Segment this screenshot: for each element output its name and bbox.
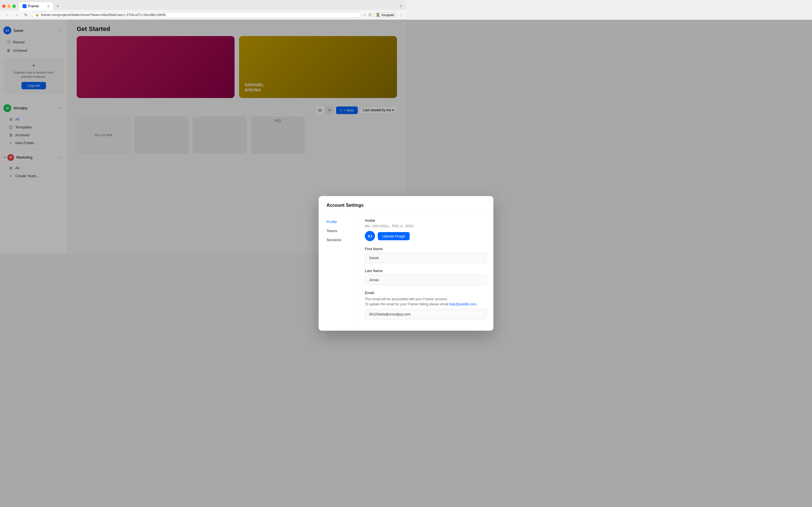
minimize-window-button[interactable] [7,4,11,8]
modal-title: Account Settings [326,203,364,208]
bookmark-icon[interactable]: ☆ [363,13,366,17]
lock-icon: 🔒 [35,13,39,17]
avatar-sublabel: Min. 200×200px, .PNG or .JPEG [365,224,406,228]
avatar-section: Avatar Min. 200×200px, .PNG or .JPEG SJ … [365,218,406,241]
menu-button[interactable]: ⋮ [399,13,403,17]
tab-close-button[interactable]: ✕ [47,4,50,8]
first-name-input[interactable] [365,252,406,253]
nav-bar: ← → ↻ 🔒 framer.com/projects/folder/recen… [0,10,406,19]
tab-title: Framer [28,4,39,8]
incognito-badge: 🕵 Incognito [374,12,397,17]
upload-image-button[interactable]: Upload Image [378,232,406,240]
modal-profile-content: Avatar Min. 200×200px, .PNG or .JPEG SJ … [358,213,406,253]
tab-favicon [22,4,27,8]
tab-strip-end: ≡ [400,4,404,8]
reload-button[interactable]: ↻ [22,12,29,18]
tab-bar: Framer ✕ + ≡ [0,0,406,10]
url-text: framer.com/projects/folder/recent?team=4… [41,13,166,17]
address-bar[interactable]: 🔒 framer.com/projects/folder/recent?team… [32,12,361,18]
avatar-row: SJ Upload Image [365,231,406,241]
forward-button[interactable]: → [13,12,20,18]
close-window-button[interactable] [2,4,6,8]
modal-body: Profile Teams Sessions Avatar Min. 200×2… [319,213,406,253]
cast-icon[interactable]: ⊡ [368,13,371,17]
traffic-lights [2,4,16,8]
first-name-section: First Name [365,247,406,253]
modal-nav: Profile Teams Sessions [319,213,358,253]
modal-nav-sessions[interactable]: Sessions [321,235,356,244]
modal-nav-profile[interactable]: Profile [321,217,356,226]
account-settings-modal: Account Settings Profile Teams Sessions [319,196,406,253]
back-button[interactable]: ← [3,12,11,18]
browser-tab[interactable]: Framer ✕ [19,2,53,10]
incognito-icon: 🕵 [376,13,380,17]
incognito-label: Incognito [382,13,394,17]
modal-backdrop[interactable]: Account Settings Profile Teams Sessions [0,20,406,253]
maximize-window-button[interactable] [12,4,16,8]
modal-nav-teams[interactable]: Teams [321,226,356,235]
browser-chrome: Framer ✕ + ≡ ← → ↻ 🔒 framer.com/projects… [0,0,406,20]
nav-actions: ☆ ⊡ 🕵 Incognito ⋮ [363,12,403,17]
modal-header: Account Settings [319,196,406,213]
avatar-label: Avatar [365,218,406,223]
first-name-label: First Name [365,247,406,251]
profile-avatar: SJ [365,231,375,241]
new-tab-button[interactable]: + [54,3,61,10]
